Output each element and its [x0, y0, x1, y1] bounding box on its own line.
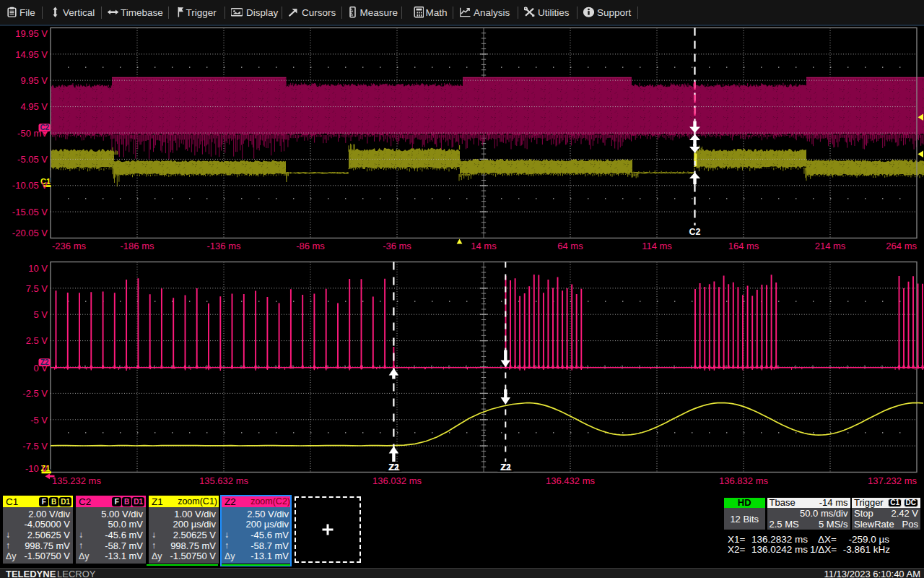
svg-text:-50 mV: -50 mV — [17, 128, 48, 139]
svg-text:-136 ms: -136 ms — [207, 241, 241, 251]
svg-text:214 ms: 214 ms — [815, 241, 846, 251]
svg-text:-186 ms: -186 ms — [121, 241, 154, 251]
svg-text:264 ms: 264 ms — [886, 241, 917, 251]
svg-text:64 ms: 64 ms — [557, 241, 583, 251]
svg-text:-15.05 V: -15.05 V — [12, 207, 48, 217]
svg-text:-5.05 V: -5.05 V — [17, 154, 48, 165]
svg-text:114 ms: 114 ms — [642, 241, 672, 251]
svg-text:9.95 V: 9.95 V — [20, 75, 48, 86]
svg-text:136.032 ms: 136.032 ms — [372, 475, 422, 486]
svg-text:-236 ms: -236 ms — [52, 241, 86, 251]
svg-text:-36 ms: -36 ms — [383, 241, 411, 251]
svg-text:19.95 V: 19.95 V — [15, 28, 48, 39]
svg-text:164 ms: 164 ms — [728, 241, 759, 251]
svg-text:Z2: Z2 — [500, 462, 511, 473]
svg-text:0 V: 0 V — [33, 363, 48, 374]
svg-text:-86 ms: -86 ms — [296, 241, 325, 251]
svg-text:-5 V: -5 V — [30, 415, 48, 426]
svg-text:2.5 V: 2.5 V — [26, 335, 48, 346]
svg-text:-2.5 V: -2.5 V — [22, 388, 48, 399]
svg-text:135.232 ms: 135.232 ms — [52, 475, 101, 486]
svg-text:136.832 ms: 136.832 ms — [719, 475, 768, 486]
svg-text:135.632 ms: 135.632 ms — [199, 475, 248, 486]
svg-text:136.432 ms: 136.432 ms — [546, 475, 595, 486]
svg-text:10 V: 10 V — [28, 263, 48, 274]
svg-text:-10 V: -10 V — [25, 463, 48, 474]
svg-text:-20.05 V: -20.05 V — [12, 228, 48, 238]
svg-text:Z2: Z2 — [388, 462, 399, 473]
svg-text:-10.05 V: -10.05 V — [12, 180, 48, 191]
svg-text:7.5 V: 7.5 V — [26, 283, 48, 294]
svg-text:14.95 V: 14.95 V — [15, 49, 48, 60]
svg-text:C2: C2 — [689, 227, 701, 237]
svg-text:4.95 V: 4.95 V — [20, 101, 48, 112]
svg-text:137.232 ms: 137.232 ms — [868, 475, 917, 486]
svg-text:5 V: 5 V — [33, 309, 48, 320]
svg-text:-7.5 V: -7.5 V — [22, 441, 48, 452]
svg-text:14 ms: 14 ms — [471, 241, 497, 251]
